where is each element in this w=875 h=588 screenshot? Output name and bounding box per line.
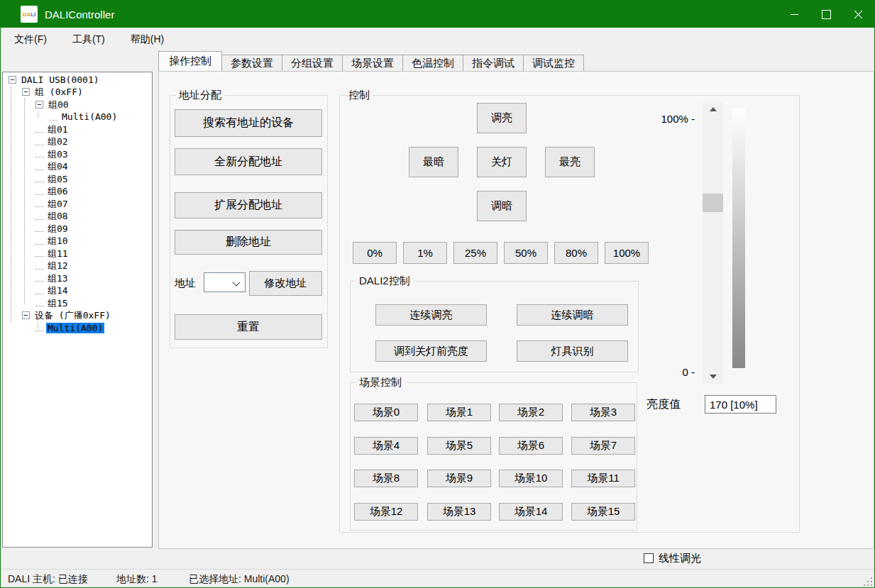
app-icon: DALI — [21, 6, 38, 23]
tree-item[interactable]: 设备 (广播0xFF) — [3, 309, 112, 321]
dim-down-button[interactable]: 调暗 — [477, 191, 527, 221]
percent-button-25[interactable]: 25% — [453, 242, 497, 264]
tree-item[interactable]: 组06 — [3, 185, 70, 197]
percent-button-50[interactable]: 50% — [504, 242, 548, 264]
scene-button-0[interactable]: 场景0 — [354, 404, 418, 421]
recall-last-level-button[interactable]: 调到关灯前亮度 — [375, 340, 487, 362]
tree-item[interactable]: 组00 — [3, 99, 70, 111]
scene-button-11[interactable]: 场景11 — [571, 470, 635, 487]
minimize-button[interactable] — [778, 1, 810, 28]
tree-item-label: 组12 — [46, 260, 70, 271]
tree-item[interactable]: 组12 — [3, 260, 70, 272]
tree-item-label: 设备 (广播0xFF) — [33, 310, 112, 321]
scene-button-1[interactable]: 场景1 — [427, 404, 491, 421]
tree-item[interactable]: 组05 — [3, 173, 70, 185]
scene-button-5[interactable]: 场景5 — [427, 437, 491, 455]
tree-item[interactable]: 组07 — [3, 198, 70, 210]
tree-item[interactable]: 组01 — [3, 123, 70, 135]
reset-button[interactable]: 重置 — [175, 314, 322, 340]
tree-item[interactable]: 组09 — [3, 223, 70, 235]
scene-button-13[interactable]: 场景13 — [427, 503, 491, 521]
scene-button-15[interactable]: 场景15 — [571, 503, 635, 521]
tree-item[interactable]: Multi(A00) — [3, 322, 104, 334]
scrollbar-thumb[interactable] — [703, 194, 723, 212]
scene-button-10[interactable]: 场景10 — [499, 470, 563, 487]
tree-expand-icon[interactable] — [9, 76, 16, 84]
tree-item[interactable]: 组04 — [3, 160, 70, 172]
tree-guide-line — [24, 99, 25, 304]
tree-expand-icon[interactable] — [22, 311, 30, 319]
tree-item-label: 组07 — [46, 199, 70, 209]
lamp-off-button[interactable]: 关灯 — [477, 147, 527, 177]
scene-button-2[interactable]: 场景2 — [499, 404, 563, 421]
resize-grip[interactable] — [863, 577, 872, 586]
minimize-icon — [791, 14, 798, 15]
dim-max-button[interactable]: 最亮 — [545, 147, 595, 177]
assign-new-addresses-button[interactable]: 全新分配地址 — [175, 148, 322, 175]
dim-min-button[interactable]: 最暗 — [409, 147, 458, 177]
scene-button-12[interactable]: 场景12 — [354, 503, 418, 521]
tab-group-settings[interactable]: 分组设置 — [282, 55, 343, 71]
percent-button-1[interactable]: 1% — [403, 242, 447, 264]
modify-address-button[interactable]: 修改地址 — [249, 271, 322, 296]
tree-item[interactable]: 组08 — [3, 210, 70, 222]
tree-item[interactable]: 组02 — [3, 135, 70, 148]
tab-command-debug[interactable]: 指令调试 — [463, 55, 524, 71]
brightness-scrollbar[interactable] — [703, 102, 723, 384]
brightness-value-box[interactable]: 170 [10%] — [705, 395, 776, 414]
tree-guide-line — [38, 322, 38, 328]
slider-max-label: 100% - — [645, 113, 695, 125]
tree-item[interactable]: Multi(A00) — [3, 111, 119, 123]
menu-help[interactable]: 帮助(H) — [121, 28, 173, 52]
scene-button-6[interactable]: 场景6 — [499, 437, 563, 455]
tab-scene-settings[interactable]: 场景设置 — [342, 55, 403, 71]
tree-item[interactable]: 组15 — [3, 297, 70, 309]
scroll-up-button[interactable] — [703, 102, 723, 116]
tree-expand-icon[interactable] — [22, 88, 30, 96]
menu-file[interactable]: 文件(F) — [5, 28, 56, 52]
delete-address-button[interactable]: 删除地址 — [175, 230, 322, 255]
percent-button-0[interactable]: 0% — [353, 242, 397, 264]
scene-button-3[interactable]: 场景3 — [571, 404, 635, 421]
tree-expand-icon[interactable] — [35, 101, 43, 109]
tree-item-label: 组00 — [47, 99, 70, 110]
scene-button-9[interactable]: 场景9 — [427, 470, 491, 487]
address-field-label: 地址 — [175, 277, 196, 290]
extend-assign-addresses-button[interactable]: 扩展分配地址 — [175, 192, 322, 218]
tree-item[interactable]: 组03 — [3, 148, 70, 160]
tree-connector-icon — [35, 150, 44, 157]
tree-item-label: 组04 — [46, 161, 70, 172]
maximize-button[interactable] — [810, 1, 842, 28]
tab-parameter-settings[interactable]: 参数设置 — [221, 55, 282, 71]
tree-item[interactable]: 组14 — [3, 284, 70, 296]
tree-connector-icon — [35, 163, 44, 170]
tree-connector-icon — [35, 126, 44, 133]
percent-button-80[interactable]: 80% — [554, 242, 598, 264]
scene-button-4[interactable]: 场景4 — [354, 437, 418, 455]
dim-up-button[interactable]: 调亮 — [477, 103, 527, 133]
continuous-dim-down-button[interactable]: 连续调暗 — [517, 304, 628, 326]
tree-item-label: Multi(A00) — [46, 323, 104, 333]
tree-connector-icon — [35, 287, 44, 294]
titlebar: DALI DALIController — [1, 1, 874, 28]
tree-item[interactable]: DALI USB(0001) — [3, 74, 101, 86]
search-addressed-devices-button[interactable]: 搜索有地址的设备 — [175, 109, 322, 137]
tab-operation-control[interactable]: 操作控制 — [158, 51, 222, 71]
scroll-down-button[interactable] — [703, 370, 723, 384]
close-button[interactable] — [842, 1, 874, 28]
continuous-dim-up-button[interactable]: 连续调亮 — [375, 304, 487, 326]
tab-color-temp-control[interactable]: 色温控制 — [402, 55, 463, 71]
tree-item[interactable]: 组11 — [3, 248, 70, 260]
tab-debug-monitor[interactable]: 调试监控 — [523, 55, 584, 71]
scene-button-14[interactable]: 场景14 — [499, 503, 563, 521]
linear-dimming-checkbox[interactable] — [644, 553, 654, 563]
menu-tools[interactable]: 工具(T) — [63, 28, 114, 52]
tree-item[interactable]: 组10 — [3, 235, 70, 247]
tree-item[interactable]: 组 (0xFF) — [3, 86, 84, 98]
scene-button-7[interactable]: 场景7 — [571, 437, 635, 455]
scene-button-8[interactable]: 场景8 — [354, 470, 418, 487]
tree-item[interactable]: 组13 — [3, 272, 70, 284]
luminaire-identify-button[interactable]: 灯具识别 — [517, 340, 628, 362]
percent-button-100[interactable]: 100% — [605, 242, 649, 264]
address-combobox[interactable] — [204, 272, 246, 292]
